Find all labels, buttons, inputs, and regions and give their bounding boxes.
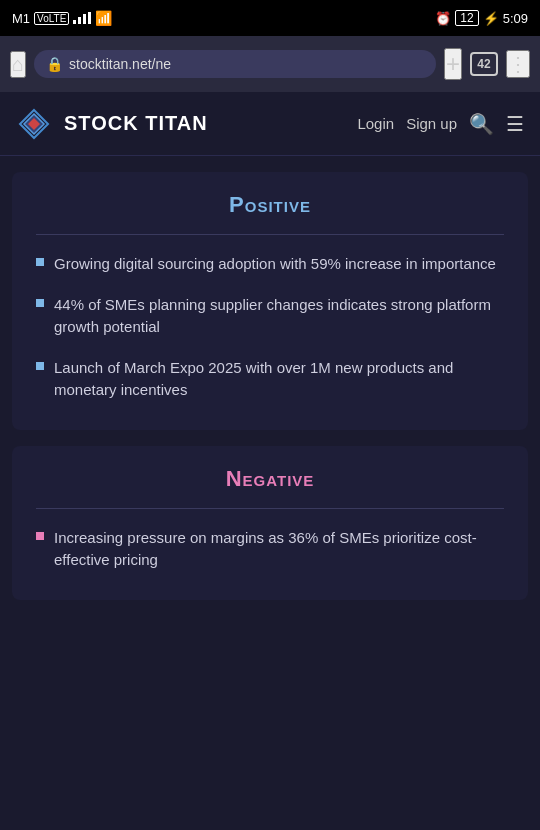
bullet-text: Launch of March Expo 2025 with over 1M n…: [54, 357, 504, 402]
positive-section: Positive Growing digital sourcing adopti…: [12, 172, 528, 430]
browser-menu-button[interactable]: ⋮: [506, 50, 530, 78]
negative-divider: [36, 508, 504, 509]
list-item: Launch of March Expo 2025 with over 1M n…: [36, 357, 504, 402]
bullet-text: 44% of SMEs planning supplier changes in…: [54, 294, 504, 339]
status-bar: M1 VoLTE 📶 ⏰ 12 ⚡ 5:09: [0, 0, 540, 36]
hamburger-menu-button[interactable]: ☰: [506, 112, 524, 136]
status-right: ⏰ 12 ⚡ 5:09: [435, 10, 528, 26]
alarm-icon: ⏰: [435, 11, 451, 26]
wifi-icon: 📶: [95, 10, 112, 26]
carrier-label: M1: [12, 11, 30, 26]
volte-badge: VoLTE: [34, 12, 69, 25]
bullet-text: Growing digital sourcing adoption with 5…: [54, 253, 496, 276]
list-item: 44% of SMEs planning supplier changes in…: [36, 294, 504, 339]
site-title: STOCK TITAN: [64, 112, 345, 135]
search-button[interactable]: 🔍: [469, 112, 494, 136]
home-button[interactable]: ⌂: [10, 51, 26, 78]
negative-bullet-list: Increasing pressure on margins as 36% of…: [36, 527, 504, 572]
signal-icon: [73, 12, 91, 24]
signup-button[interactable]: Sign up: [406, 115, 457, 132]
list-item: Growing digital sourcing adoption with 5…: [36, 253, 504, 276]
address-text: stocktitan.net/ne: [69, 56, 171, 72]
list-item: Increasing pressure on margins as 36% of…: [36, 527, 504, 572]
negative-section: Negative Increasing pressure on margins …: [12, 446, 528, 600]
charging-icon: ⚡: [483, 11, 499, 26]
status-left: M1 VoLTE 📶: [12, 10, 112, 26]
main-content: Positive Growing digital sourcing adopti…: [0, 172, 540, 600]
negative-title: Negative: [36, 466, 504, 492]
security-icon: 🔒: [46, 56, 63, 72]
login-button[interactable]: Login: [357, 115, 394, 132]
tabs-count: 42: [477, 57, 490, 71]
logo-icon: [16, 106, 52, 142]
bullet-icon: [36, 258, 44, 266]
bullet-icon: [36, 362, 44, 370]
bullet-neg-icon: [36, 532, 44, 540]
address-bar[interactable]: 🔒 stocktitan.net/ne: [34, 50, 436, 78]
battery-label: 12: [455, 10, 478, 26]
site-header: STOCK TITAN Login Sign up 🔍 ☰: [0, 92, 540, 156]
tabs-button[interactable]: 42: [470, 52, 498, 76]
new-tab-button[interactable]: +: [444, 48, 462, 80]
bullet-text: Increasing pressure on margins as 36% of…: [54, 527, 504, 572]
positive-title: Positive: [36, 192, 504, 218]
positive-divider: [36, 234, 504, 235]
time-label: 5:09: [503, 11, 528, 26]
positive-bullet-list: Growing digital sourcing adoption with 5…: [36, 253, 504, 402]
bullet-icon: [36, 299, 44, 307]
browser-chrome: ⌂ 🔒 stocktitan.net/ne + 42 ⋮: [0, 36, 540, 92]
